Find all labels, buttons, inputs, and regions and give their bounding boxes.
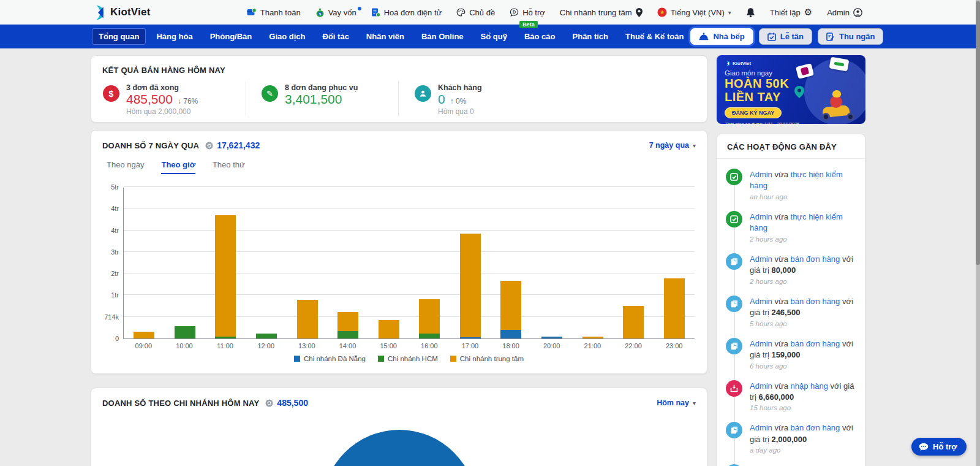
topbar-link-3[interactable]: Hoá đơn điện tử: [371, 8, 442, 17]
activity-link[interactable]: nhập hàng: [791, 381, 828, 391]
activity-link[interactable]: bán đơn hàng: [791, 254, 840, 264]
branch-today-range-picker[interactable]: Hôm nay ▾: [657, 399, 696, 407]
activity-text: Admin vừa thực hiện kiểm hàng: [750, 211, 858, 234]
activity-link[interactable]: Admin: [750, 339, 772, 348]
nav-item-5[interactable]: Đối tác: [316, 28, 356, 45]
legend-label: Chi nhánh Đà Nẵng: [304, 355, 366, 362]
tab-2[interactable]: Theo giờ: [161, 160, 195, 174]
legend-label: Chi nhánh trung tâm: [460, 355, 524, 362]
scrollbar-track[interactable]: [976, 0, 980, 466]
activity-link[interactable]: Admin: [750, 423, 772, 432]
y-tick-label: 1tr: [111, 291, 119, 299]
refresh-icon[interactable]: [205, 142, 213, 150]
legend-label: Chi nhánh HCM: [388, 355, 438, 362]
nav-item-4[interactable]: Giao dịch: [262, 28, 312, 45]
x-tick-label: 14:00: [327, 342, 368, 350]
settings-label: Thiết lập: [770, 8, 801, 17]
sales-metrics: $3 đơn đã xong485,500↓ 76%Hôm qua 2,000,…: [91, 82, 707, 116]
metric-text: Khách hàng0↑ 0%Hôm qua 0: [438, 83, 482, 116]
branch-selector[interactable]: Chi nhánh trung tâm: [560, 8, 643, 17]
bar-segment-chi-nh-nh-trung-t-m: [297, 300, 318, 338]
x-tick-label: 13:00: [287, 342, 328, 350]
y-tick-label: 4tr: [111, 227, 119, 234]
quick-buttons: Nhà bếpLễ tânThu ngân: [690, 28, 980, 45]
activity-link[interactable]: bán đơn hàng: [791, 297, 840, 306]
activity-link[interactable]: Admin: [750, 170, 772, 179]
topbar-link-1[interactable]: Thanh toán: [247, 8, 301, 17]
y-tick-label: 714k: [104, 313, 119, 321]
activity-item-1: Admin vừa thực hiện kiểm hàngan hour ago: [726, 169, 858, 201]
topbar-link-label: Thanh toán: [260, 8, 301, 17]
nav-item-7[interactable]: Bán Online: [415, 28, 470, 45]
revenue-week-range-picker[interactable]: 7 ngày qua ▾: [649, 141, 696, 150]
range-label: 7 ngày qua: [649, 141, 689, 150]
nav-item-10[interactable]: Phân tích: [566, 28, 616, 45]
activity-link[interactable]: Admin: [750, 297, 772, 306]
activity-link[interactable]: Admin: [750, 381, 772, 391]
cashier-icon: [826, 32, 835, 41]
activity-link[interactable]: bán đơn hàng: [791, 423, 840, 432]
tab-1[interactable]: Theo ngày: [107, 160, 144, 174]
nav-item-11[interactable]: Thuế & Kế toán: [619, 28, 690, 45]
banner-validity: Thời gian áp dụng: 1/11 - 30/11/2025: [725, 121, 809, 124]
bar-slot: [165, 188, 206, 338]
language-selector[interactable]: ★ Tiếng Việt (VN) ▾: [657, 7, 731, 17]
promo-banner[interactable]: KiotViet Giao món ngay HOÀN 50K LIỀN TAY…: [717, 55, 865, 124]
activity-link[interactable]: Admin: [750, 254, 772, 264]
brand[interactable]: KiotViet: [91, 5, 151, 20]
topbar-link-label: Chủ đề: [469, 8, 495, 17]
nav-item-2[interactable]: Hàng hóa: [149, 28, 199, 45]
chat-icon: [919, 443, 929, 451]
x-tick-label: 23:00: [654, 342, 695, 350]
settings-button[interactable]: Thiết lập ⚙: [770, 7, 812, 18]
import-icon: [726, 380, 742, 397]
nav-item-1[interactable]: Tổng quan: [92, 28, 146, 45]
activity-text: Admin vừa bán đơn hàng với giá trị 2,000…: [750, 422, 858, 445]
activity-text: Admin vừa thực hiện kiểm hàng: [750, 169, 858, 192]
activity-link[interactable]: Admin: [750, 212, 772, 221]
bar-segment-chi-nh-nh-n-ng: [541, 337, 562, 338]
user-menu[interactable]: Admin: [827, 8, 862, 17]
activity-item-2: Admin vừa thực hiện kiểm hàng2 hours ago: [726, 211, 858, 243]
chevron-down-icon: ▾: [693, 142, 696, 149]
tab-3[interactable]: Theo thứ: [213, 160, 245, 174]
topbar-link-label: Hoá đơn điện tử: [384, 8, 442, 17]
check-icon: [726, 169, 742, 185]
legend-swatch: [450, 356, 456, 362]
recent-activity-card: CÁC HOẠT ĐỘNG GẦN ĐÂY Admin vừa thực hiệ…: [717, 134, 865, 466]
activity-time: 15 hours ago: [750, 404, 858, 411]
banner-cta-button[interactable]: ĐĂNG KÝ NGAY: [725, 107, 782, 118]
support-button[interactable]: Hỗ trợ: [911, 438, 967, 456]
bar-slot: [205, 188, 246, 338]
topbar-link-5[interactable]: DHỗ trợBeta: [510, 8, 545, 17]
quick-button-1[interactable]: Nhà bếp: [690, 28, 753, 45]
nav-item-9[interactable]: Báo cáo: [518, 28, 562, 45]
activity-link[interactable]: bán đơn hàng: [791, 339, 840, 348]
activity-text: Admin vừa bán đơn hàng với giá trị 159,0…: [750, 338, 858, 361]
activity-item-7: Admin vừa bán đơn hàng với giá trị 2,000…: [726, 422, 858, 454]
branch-today-title: DOANH SỐ THEO CHI NHÁNH HÔM NAY: [102, 399, 259, 408]
stacked-bar: [664, 278, 685, 338]
bar-segment-chi-nh-nh-n-ng: [500, 330, 521, 338]
activity-item-5: Admin vừa bán đơn hàng với giá trị 159,0…: [726, 338, 858, 370]
activity-time: an hour ago: [750, 193, 858, 201]
notifications-button[interactable]: [746, 7, 755, 18]
topbar-link-2[interactable]: $Vay vốn: [315, 8, 356, 17]
activity-text-segment: 6,660,000: [758, 392, 794, 402]
topbar-link-4[interactable]: Chủ đề: [456, 8, 495, 17]
payment-icon: [247, 8, 257, 17]
bell-icon: [746, 7, 755, 18]
reception-icon: [767, 32, 776, 41]
stacked-bar: [379, 320, 399, 338]
activity-text-block: Admin vừa nhập hàng với giá trị 6,660,00…: [750, 380, 858, 412]
refresh-icon[interactable]: [265, 399, 273, 407]
nav-item-6[interactable]: Nhân viên: [360, 28, 411, 45]
quick-button-3[interactable]: Thu ngân: [818, 28, 884, 45]
nav-item-3[interactable]: Phòng/Bàn: [203, 28, 259, 45]
nav-item-8[interactable]: Sổ quỹ: [474, 28, 514, 45]
x-tick-label: 18:00: [491, 342, 532, 350]
sale-icon: [726, 422, 742, 438]
quick-button-2[interactable]: Lễ tân: [759, 28, 812, 45]
activity-time: 2 hours ago: [750, 235, 858, 243]
activity-text-segment: vừa: [772, 423, 791, 432]
